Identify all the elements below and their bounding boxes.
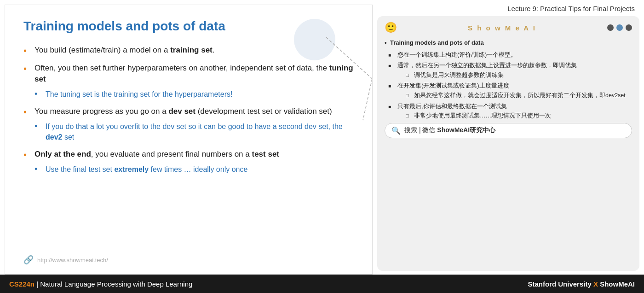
dots-container — [607, 24, 632, 31]
note-sub-sub-3: 如果您经常这样做，就会过度适应开发集，所以最好有第二个开发集，即dev2set — [397, 91, 632, 100]
bullet-item-1: You build (estimate/train) a model on a … — [23, 45, 354, 56]
dot-2 — [616, 24, 623, 31]
slide-footer: 🔗 http://www.showmeai.tech/ — [23, 255, 354, 265]
showmeai-label: S h o w M e A I — [468, 24, 536, 32]
stanford-label: Stanford University — [528, 280, 591, 288]
dot-3 — [626, 24, 632, 31]
bullet-item-4: Only at the end, you evaluate and presen… — [23, 149, 354, 175]
bullet-4-text: Only at the end, you evaluate and presen… — [34, 150, 279, 158]
note-content: Training models and pots of data 您在一个训练集… — [385, 38, 632, 120]
sub-bullet-3-1: If you do that a lot you overfit to the … — [34, 121, 354, 142]
search-text: 搜索 | 微信 ShowMeAI研究中心 — [404, 126, 495, 135]
bottom-bar: CS224n | Natural Language Processing wit… — [0, 275, 644, 293]
showmeai-right: ShowMeAI — [600, 280, 635, 288]
bullet-2-text: Often, you then set further hyperparamet… — [34, 64, 353, 84]
sub-bullet-4-1: Use the final test set extremely few tim… — [34, 164, 354, 175]
note-main-item: Training models and pots of data — [385, 38, 632, 47]
note-sub-2-1: 调优集是用来调整超参数的训练集 — [406, 71, 632, 80]
note-item-3: 在开发集(开发测试集或验证集)上度量进度 如果您经常这样做，就会过度适应开发集，… — [388, 81, 632, 100]
sub-bullet-list-3: If you do that a lot you overfit to the … — [34, 121, 354, 142]
dot-1 — [607, 24, 614, 31]
sub-bullet-list-4: Use the final test set extremely few tim… — [34, 164, 354, 175]
note-card-header: 🙂 S h o w M e A I — [385, 22, 632, 34]
bullet-list: You build (estimate/train) a model on a … — [23, 45, 354, 175]
note-item-4-text: 只有最后,你评估和最终数据在一个测试集 — [397, 103, 507, 110]
bullet-item-3: You measure progress as you go on a dev … — [23, 106, 354, 142]
bottom-cs-label: CS224n — [9, 280, 34, 288]
note-item-2: 通常，然后在另一个独立的数据集上设置进一步的超参数，即调优集 调优集是用来调整超… — [388, 61, 632, 79]
note-item-3-text: 在开发集(开发测试集或验证集)上度量进度 — [397, 82, 509, 89]
sub-bullet-list-2: The tuning set is the training set for t… — [34, 89, 354, 100]
footer-url: http://www.showmeai.tech/ — [37, 257, 108, 264]
note-sub-4-1: 非常少地使用最终测试集……理想情况下只使用一次 — [406, 111, 632, 120]
note-sub-3-1: 如果您经常这样做，就会过度适应开发集，所以最好有第二个开发集，即dev2set — [406, 91, 632, 100]
bottom-right: Stanford University X ShowMeAI — [528, 280, 635, 288]
note-item-4: 只有最后,你评估和最终数据在一个测试集 非常少地使用最终测试集……理想情况下只使… — [388, 102, 632, 120]
face-icon: 🙂 — [385, 22, 397, 34]
note-item-1: 您在一个训练集上构建(评价/训练)一个模型。 — [388, 50, 632, 59]
search-icon: 🔍 — [391, 126, 401, 135]
bottom-left: CS224n | Natural Language Processing wit… — [9, 280, 192, 288]
bottom-left-text: | Natural Language Processing with Deep … — [34, 280, 192, 288]
bullet-item-2: Often, you then set further hyperparamet… — [23, 63, 354, 100]
note-sub-list: 您在一个训练集上构建(评价/训练)一个模型。 通常，然后在另一个独立的数据集上设… — [385, 50, 632, 120]
svg-line-1 — [363, 79, 372, 120]
x-mark: X — [592, 280, 600, 288]
right-panel: Lecture 9: Practical Tips for Final Proj… — [377, 0, 644, 275]
content-area: Training models and pots of data You bui… — [0, 0, 644, 275]
bullet-3-text: You measure progress as you go on a dev … — [34, 107, 332, 116]
sub-bullet-2-1: The tuning set is the training set for t… — [34, 89, 354, 100]
search-bar[interactable]: 🔍 搜索 | 微信 ShowMeAI研究中心 — [385, 123, 632, 138]
main-container: Training models and pots of data You bui… — [0, 0, 644, 293]
note-sub-sub-2: 调优集是用来调整超参数的训练集 — [397, 71, 632, 80]
note-sub-sub-4: 非常少地使用最终测试集……理想情况下只使用一次 — [397, 111, 632, 120]
note-card: 🙂 S h o w M e A I Training models and po… — [377, 16, 639, 271]
note-item-1-text: 您在一个训练集上构建(评价/训练)一个模型。 — [397, 51, 517, 58]
slide-content: You build (estimate/train) a model on a … — [23, 45, 354, 247]
note-item-2-text: 通常，然后在另一个独立的数据集上设置进一步的超参数，即调优集 — [397, 62, 577, 69]
footer-icon: 🔗 — [23, 255, 34, 265]
bullet-1-text: You build (estimate/train) a model on a … — [34, 46, 215, 54]
lecture-title: Lecture 9: Practical Tips for Final Proj… — [377, 0, 639, 16]
slide-panel: Training models and pots of data You bui… — [5, 5, 373, 275]
